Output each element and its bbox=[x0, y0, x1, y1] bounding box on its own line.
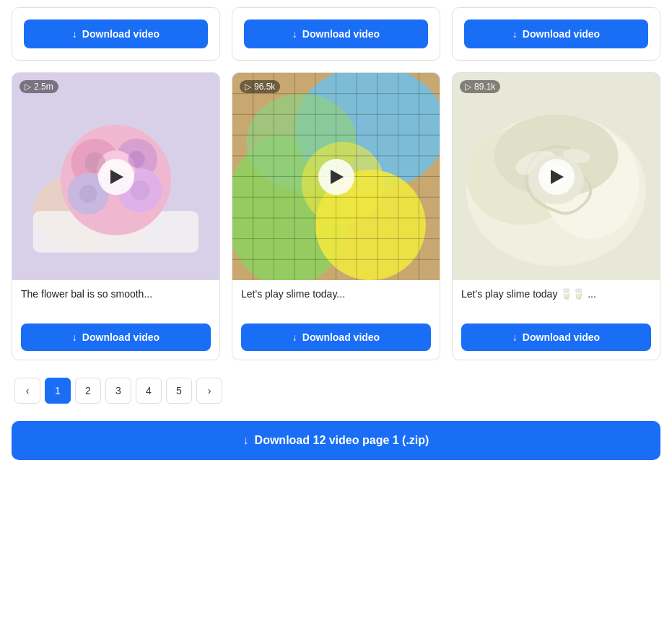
top-card-1: ↓ Download video bbox=[12, 7, 220, 61]
svg-point-13 bbox=[131, 181, 150, 200]
view-icon-3: ▷ bbox=[465, 82, 471, 92]
card-body-1: The flower bal is so smooth... ↓ Downloa… bbox=[12, 280, 219, 360]
play-button-1[interactable] bbox=[98, 159, 134, 195]
view-icon-1: ▷ bbox=[25, 82, 31, 92]
video-card-2: ▷ 96.5k Let's play slime today... ↓ Down… bbox=[232, 72, 440, 360]
page-label-4: 4 bbox=[146, 385, 152, 396]
play-button-3[interactable] bbox=[538, 159, 575, 195]
video-grid: ▷ 2.5m The flower bal is so smooth... ↓ … bbox=[12, 72, 660, 360]
top-row: ↓ Download video ↓ Download video ↓ Down… bbox=[12, 0, 660, 61]
card-body-2: Let's play slime today... ↓ Download vid… bbox=[232, 280, 440, 360]
top-download-btn-1[interactable]: ↓ Download video bbox=[24, 19, 208, 48]
page-label-5: 5 bbox=[176, 385, 182, 396]
play-icon-2 bbox=[331, 170, 344, 184]
play-button-2[interactable] bbox=[318, 159, 354, 195]
prev-page-btn[interactable]: ‹ bbox=[14, 378, 40, 404]
video-card-3: ▷ 89.1k Let's play slime today 🥛🥛 ... ↓ … bbox=[452, 72, 660, 360]
svg-point-10 bbox=[128, 151, 145, 168]
download-icon-3: ↓ bbox=[512, 28, 518, 40]
download-btn-1[interactable]: ↓ Download video bbox=[21, 323, 211, 351]
card-title-3: Let's play slime today 🥛🥛 ... bbox=[461, 287, 651, 316]
page-label-3: 3 bbox=[115, 385, 121, 396]
top-download-btn-3[interactable]: ↓ Download video bbox=[464, 19, 648, 48]
page-btn-5[interactable]: 5 bbox=[166, 378, 192, 404]
dl-icon-2: ↓ bbox=[292, 331, 297, 343]
dl-label-3: Download video bbox=[523, 331, 600, 343]
view-count-2: ▷ 96.5k bbox=[240, 80, 280, 93]
download-btn-2[interactable]: ↓ Download video bbox=[241, 323, 431, 351]
page-label-1: 1 bbox=[55, 385, 61, 396]
top-card-3: ↓ Download video bbox=[452, 7, 660, 61]
download-icon-2: ↓ bbox=[292, 28, 297, 40]
zip-download-btn[interactable]: ↓ Download 12 video page 1 (.zip) bbox=[12, 421, 660, 460]
dl-label-2: Download video bbox=[302, 331, 380, 343]
page-btn-1[interactable]: 1 bbox=[45, 378, 71, 404]
view-count-1: ▷ 2.5m bbox=[19, 80, 58, 93]
thumbnail-3[interactable]: ▷ 89.1k bbox=[453, 73, 660, 280]
dl-label-1: Download video bbox=[82, 331, 160, 343]
card-body-3: Let's play slime today 🥛🥛 ... ↓ Download… bbox=[453, 280, 660, 360]
top-download-label-3: Download video bbox=[523, 28, 600, 40]
download-btn-3[interactable]: ↓ Download video bbox=[461, 323, 651, 351]
dl-icon-1: ↓ bbox=[72, 331, 77, 343]
zip-dl-icon: ↓ bbox=[243, 434, 249, 447]
thumbnail-2[interactable]: ▷ 96.5k bbox=[232, 73, 440, 280]
view-count-3: ▷ 89.1k bbox=[460, 80, 500, 93]
card-title-2: Let's play slime today... bbox=[241, 287, 431, 316]
download-icon-1: ↓ bbox=[72, 28, 77, 40]
page-btn-2[interactable]: 2 bbox=[75, 378, 101, 404]
dl-icon-3: ↓ bbox=[512, 331, 518, 343]
top-download-btn-2[interactable]: ↓ Download video bbox=[244, 19, 428, 48]
play-icon-1 bbox=[110, 170, 123, 184]
thumbnail-1[interactable]: ▷ 2.5m bbox=[12, 73, 219, 280]
top-download-label-1: Download video bbox=[82, 28, 160, 40]
page-btn-3[interactable]: 3 bbox=[105, 378, 131, 404]
video-card-1: ▷ 2.5m The flower bal is so smooth... ↓ … bbox=[12, 72, 220, 360]
svg-point-12 bbox=[79, 185, 97, 203]
next-label: › bbox=[208, 385, 211, 396]
card-title-1: The flower bal is so smooth... bbox=[21, 287, 211, 316]
zip-download-label: Download 12 video page 1 (.zip) bbox=[255, 434, 429, 447]
top-card-2: ↓ Download video bbox=[232, 7, 440, 61]
prev-label: ‹ bbox=[26, 385, 30, 396]
next-page-btn[interactable]: › bbox=[196, 378, 222, 404]
play-icon-3 bbox=[551, 170, 564, 184]
top-download-label-2: Download video bbox=[302, 28, 380, 40]
page-btn-4[interactable]: 4 bbox=[136, 378, 162, 404]
pagination: ‹ 1 2 3 4 5 › bbox=[12, 378, 660, 404]
view-icon-2: ▷ bbox=[245, 82, 251, 92]
page-label-2: 2 bbox=[85, 385, 91, 396]
